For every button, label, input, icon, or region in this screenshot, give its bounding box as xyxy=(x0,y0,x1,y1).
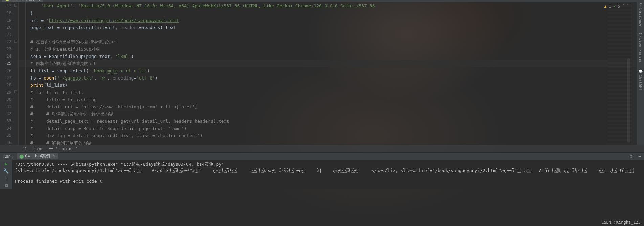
run-label: Run: xyxy=(3,154,13,159)
line-number: 29 xyxy=(0,89,18,96)
console-output[interactable]: "D:\Python3.9.0 ---- 64bits\python.exe" … xyxy=(12,160,644,189)
minimize-icon[interactable]: — xyxy=(639,154,644,159)
line-number: 28 xyxy=(0,82,18,89)
line-number: 18 xyxy=(0,9,18,17)
line-number: 32 xyxy=(0,110,18,117)
close-icon[interactable]: × xyxy=(53,154,55,159)
line-number: 30 xyxy=(0,96,18,103)
right-tool-windows: 🗄 Database {} Json Parser 💬 ChatGPT xyxy=(637,0,644,145)
code-line[interactable] xyxy=(19,31,644,38)
code-line[interactable]: # 1. 实例化BeautifulSoup对象 xyxy=(19,46,644,53)
run-tool-header: Run: ⬤ 04. bs4案例 × ⚙ — xyxy=(0,152,644,160)
line-number: 34 xyxy=(0,125,18,132)
code-line[interactable]: # detail_soup = BeautifulSoup(detail_pag… xyxy=(19,125,644,132)
watermark: CSDN @Kinght_123 xyxy=(601,220,641,225)
line-number: 23 xyxy=(0,46,18,53)
warning-icon[interactable]: ▲ xyxy=(604,4,607,9)
line-number: 19 xyxy=(0,17,18,24)
line-number: 21 xyxy=(0,31,18,38)
breadcrumb-item[interactable]: if __name__ == "__main__" xyxy=(22,146,78,151)
code-line[interactable]: # 解析章节的标题和详情页的url xyxy=(19,60,644,67)
output-line: "D:\Python3.9.0 ---- 64bits\python.exe" … xyxy=(15,162,224,167)
line-number: 22 xyxy=(0,38,18,45)
code-line[interactable]: # for li in li_list: xyxy=(19,89,644,96)
file-tab[interactable]: 🐍 04. bs4案例.py xyxy=(2,0,43,2)
line-number: 31 xyxy=(0,103,18,110)
python-icon: 🐍 xyxy=(5,0,9,1)
code-line[interactable]: page_text = requests.get(url=url, header… xyxy=(19,24,644,31)
run-tool-window: ▶ 🔧 ⋮ ⧉ "D:\Python3.9.0 ---- 64bits\pyth… xyxy=(0,160,644,189)
stop-icon[interactable]: 🔧 xyxy=(3,168,9,174)
rerun-icon[interactable]: ▶ xyxy=(5,161,7,166)
run-config-name: 04. bs4案例 xyxy=(25,153,50,159)
code-line[interactable]: # 在首页中解析出章节的标题和详情页的url xyxy=(19,38,644,45)
output-line: Process finished with exit code 0 xyxy=(15,179,102,184)
line-number: 36 xyxy=(0,139,18,146)
line-number: 27 xyxy=(0,74,18,82)
code-line[interactable]: # detail_url = 'https://www.shicimingju.… xyxy=(19,103,644,110)
code-line[interactable]: # # 解析到了章节的内容 xyxy=(19,139,644,145)
database-tool[interactable]: 🗄 Database xyxy=(637,3,644,26)
code-line[interactable]: li_list = soup.select('.book-mulu > ul >… xyxy=(19,67,644,74)
code-line[interactable]: print(li_list) xyxy=(19,82,644,89)
code-line[interactable]: # div_tag = detail_soup.find('div', clas… xyxy=(19,132,644,139)
layout-icon[interactable]: ⧉ xyxy=(5,183,8,188)
code-line[interactable]: 'User-Agent': 'Mozilla/5.0 (Windows NT 1… xyxy=(19,2,644,9)
line-number: 17 xyxy=(0,2,18,9)
run-config-tab[interactable]: ⬤ 04. bs4案例 × xyxy=(17,153,58,159)
line-number: 35 xyxy=(0,132,18,139)
status-bar: CSDN @Kinght_123 xyxy=(0,219,644,226)
json-parser-tool[interactable]: {} Json Parser xyxy=(637,32,644,63)
code-line[interactable]: soup = BeautifulSoup(page_text, 'lxml') xyxy=(19,53,644,60)
settings-icon[interactable]: ⚙ xyxy=(630,154,635,159)
code-line[interactable]: } xyxy=(19,9,644,17)
code-editor[interactable]: 1718192021222324252627282930313233343536… xyxy=(0,2,644,145)
chatgpt-tool[interactable]: 💬 ChatGPT xyxy=(637,69,644,90)
code-line[interactable]: # detail_page_text = requests.get(url=de… xyxy=(19,118,644,125)
code-area[interactable]: 'User-Agent': 'Mozilla/5.0 (Windows NT 1… xyxy=(19,2,644,145)
tab-label: 04. bs4案例.py xyxy=(11,0,41,2)
editor-tabs: 🐍 04. bs4案例.py xyxy=(0,0,644,2)
more-icon[interactable]: ⋮ xyxy=(4,176,8,181)
line-number: 25 xyxy=(0,60,18,67)
code-line[interactable]: fp = open('./sanguo.txt', 'w', encoding=… xyxy=(19,74,644,82)
line-number: 26 xyxy=(0,67,18,74)
python-icon: ⬤ xyxy=(19,154,24,159)
code-line[interactable]: # # 对详情页发起请求，解析出内容 xyxy=(19,110,644,117)
line-number: 33 xyxy=(0,118,18,125)
code-line[interactable]: # title = li.a.string xyxy=(19,96,644,103)
output-line: [<li><a href="/book/sanguoyanyi/1.html">… xyxy=(15,168,634,173)
run-toolbar: ▶ 🔧 ⋮ ⧉ xyxy=(0,160,12,189)
line-number: 24 xyxy=(0,53,18,60)
breadcrumb[interactable]: if __name__ == "__main__" xyxy=(0,145,644,152)
code-line[interactable]: url = 'https://www.shicimingju.com/book/… xyxy=(19,17,644,24)
line-number: 20 xyxy=(0,24,18,31)
minimap[interactable] xyxy=(608,2,632,145)
line-gutter: 1718192021222324252627282930313233343536 xyxy=(0,2,19,145)
